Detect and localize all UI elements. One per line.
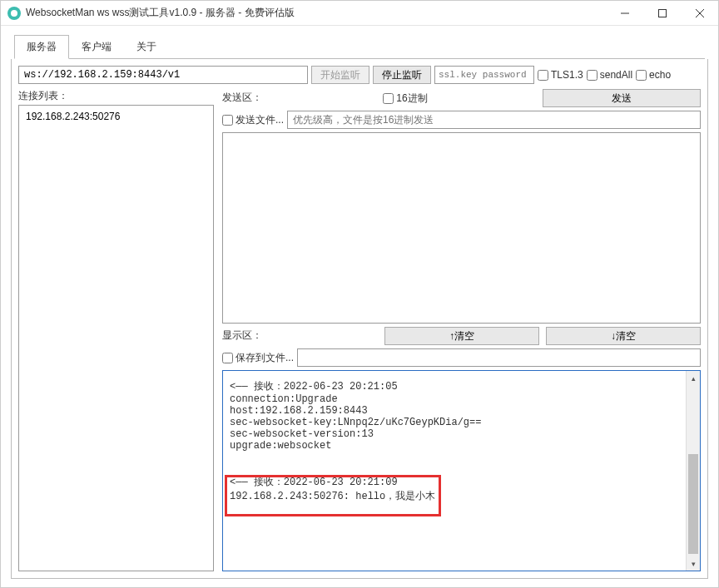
tab-server[interactable]: 服务器 [14, 35, 69, 59]
echo-checkbox[interactable]: echo [636, 69, 671, 81]
save-file-input[interactable] [297, 348, 701, 367]
left-column: 连接列表： 192.168.2.243:50276 [18, 89, 214, 571]
ssl-password-input[interactable] [434, 66, 534, 84]
tabs: 服务器 客户端 关于 [1, 26, 718, 58]
list-item[interactable]: 192.168.2.243:50276 [22, 109, 210, 124]
tab-about[interactable]: 关于 [124, 35, 169, 59]
scroll-up-icon[interactable]: ▴ [687, 371, 700, 385]
body-area: 连接列表： 192.168.2.243:50276 发送区： 16进制 [18, 89, 701, 571]
tls13-checkbox-input[interactable] [538, 70, 548, 81]
app-window: WebsocketMan ws wss测试工具v1.0.9 - 服务器 - 免费… [0, 0, 719, 588]
hex-checkbox-input[interactable] [383, 93, 394, 104]
echo-checkbox-input[interactable] [636, 70, 647, 81]
title-bar: WebsocketMan ws wss测试工具v1.0.9 - 服务器 - 免费… [1, 1, 718, 26]
hex-checkbox[interactable]: 16进制 [276, 91, 534, 106]
url-input[interactable] [18, 66, 308, 84]
right-column: 发送区： 16进制 发送 发送文件... [222, 89, 701, 571]
svg-rect-1 [658, 9, 666, 17]
display-area-label: 显示区： [222, 329, 268, 343]
save-file-row: 保存到文件... [222, 348, 701, 367]
receive-text[interactable]: <—— 接收：2022-06-23 20:21:05 connection:Up… [223, 371, 686, 571]
url-row: 开始监听 停止监听 TLS1.3 sendAll echo [18, 66, 701, 84]
connection-list[interactable]: 192.168.2.243:50276 [18, 105, 214, 571]
send-button[interactable]: 发送 [543, 89, 701, 107]
tls13-label: TLS1.3 [551, 69, 583, 81]
send-area-label: 发送区： [222, 91, 268, 105]
main-panel: 开始监听 停止监听 TLS1.3 sendAll echo 连接列表： 1 [11, 59, 708, 579]
start-listen-button[interactable]: 开始监听 [311, 66, 369, 84]
send-textarea[interactable] [222, 132, 701, 324]
app-icon [7, 7, 21, 20]
send-header: 发送区： 16进制 发送 [222, 89, 701, 107]
scrollbar[interactable]: ▴ ▾ [686, 371, 700, 571]
display-header: 显示区： ↑清空 ↓清空 [222, 327, 701, 345]
tab-client[interactable]: 客户端 [69, 35, 124, 59]
hex-label: 16进制 [396, 91, 427, 106]
tls13-checkbox[interactable]: TLS1.3 [538, 69, 583, 81]
scroll-thumb[interactable] [688, 454, 698, 554]
send-file-checkbox[interactable]: 发送文件... [222, 113, 284, 127]
send-file-checkbox-input[interactable] [222, 115, 233, 126]
clear-up-button[interactable]: ↑清空 [384, 327, 539, 345]
save-file-label: 保存到文件... [236, 351, 294, 365]
sendall-label: sendAll [600, 69, 632, 81]
window-controls [606, 1, 718, 25]
save-file-checkbox-input[interactable] [222, 353, 233, 363]
send-file-input[interactable] [287, 111, 701, 129]
receive-area: <—— 接收：2022-06-23 20:21:05 connection:Up… [222, 370, 701, 571]
sendall-checkbox[interactable]: sendAll [587, 69, 632, 81]
sendall-checkbox-input[interactable] [587, 70, 598, 81]
close-button[interactable] [681, 1, 718, 25]
minimize-button[interactable] [606, 1, 643, 25]
connection-list-label: 连接列表： [18, 89, 214, 103]
echo-label: echo [649, 69, 671, 81]
scroll-down-icon[interactable]: ▾ [687, 556, 700, 571]
send-file-label: 发送文件... [236, 113, 284, 127]
clear-down-button[interactable]: ↓清空 [546, 327, 701, 345]
maximize-button[interactable] [643, 1, 681, 25]
window-title: WebsocketMan ws wss测试工具v1.0.9 - 服务器 - 免费… [26, 6, 295, 20]
send-file-row: 发送文件... [222, 111, 701, 129]
stop-listen-button[interactable]: 停止监听 [373, 66, 431, 84]
save-file-checkbox[interactable]: 保存到文件... [222, 351, 294, 365]
